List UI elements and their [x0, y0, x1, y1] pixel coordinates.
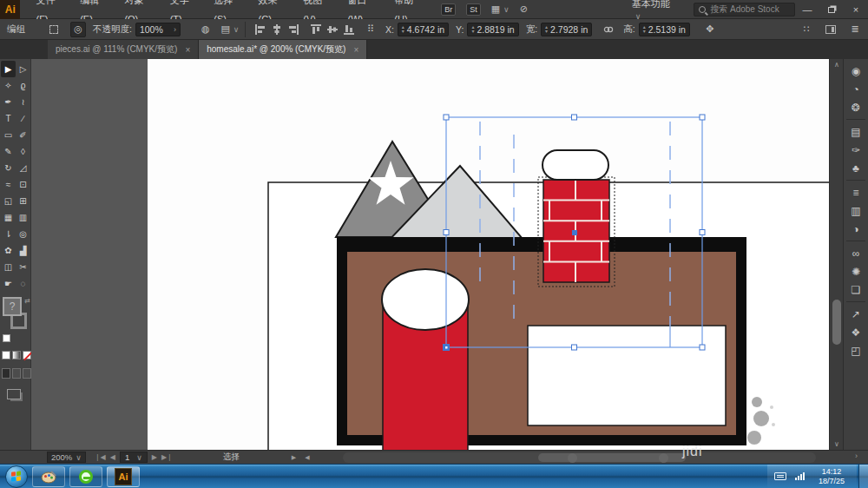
links-panel-icon[interactable]: ❏ — [845, 280, 866, 299]
gradient-swatch-button[interactable] — [12, 351, 21, 359]
first-artboard-button[interactable]: ❘◀ — [95, 453, 106, 461]
handle-top-right[interactable] — [700, 115, 705, 120]
last-artboard-button[interactable]: ▶❘ — [161, 453, 173, 461]
layers-panel-icon[interactable]: ❖ — [845, 323, 866, 341]
app-logo[interactable]: Ai — [0, 0, 20, 19]
magic-wand-tool[interactable]: ✧ — [1, 77, 16, 94]
eraser-tool[interactable]: ◊ — [16, 143, 30, 160]
align-right-button[interactable] — [286, 23, 301, 36]
shape-builder-tool[interactable]: ◱ — [1, 193, 16, 209]
distribute-grid-icon[interactable]: ⠿ — [363, 22, 378, 37]
close-button[interactable]: × — [844, 0, 868, 19]
cylinder-top-ellipse[interactable] — [382, 269, 469, 330]
stepper-icon[interactable]: ▴▾ — [643, 25, 646, 34]
eyedropper-tool[interactable]: ⇂ — [1, 226, 16, 242]
tab-pieces[interactable]: pieces.ai @ 111% (CMYK/预览) × — [48, 40, 199, 59]
symbol-sprayer-tool[interactable]: ✿ — [1, 242, 16, 259]
height-input[interactable]: ▴▾2.5139 in — [639, 23, 690, 36]
blend-tool[interactable]: ◎ — [16, 226, 30, 242]
scale-tool[interactable]: ◿ — [16, 160, 30, 176]
stock-icon[interactable]: St — [466, 3, 481, 16]
start-button[interactable] — [5, 465, 28, 488]
gradient-panel-icon[interactable]: ▥ — [845, 201, 866, 220]
artboard-number-dropdown[interactable]: 1 ∨ — [120, 452, 148, 463]
draw-behind-mode-button[interactable] — [12, 368, 21, 379]
color-guide-panel-icon[interactable]: ◔ — [845, 80, 866, 98]
color-swatch-button[interactable] — [2, 351, 10, 359]
transparency-panel-icon[interactable]: ◑ — [845, 220, 866, 238]
fill-stroke-widget[interactable]: ? ⇄ — [3, 297, 29, 342]
free-transform-tool[interactable]: ⊡ — [16, 176, 30, 193]
selection-center-point[interactable] — [572, 230, 577, 235]
workspace-switcher[interactable]: 基本功能∨ — [632, 0, 674, 21]
align-top-button[interactable] — [309, 23, 324, 36]
direct-selection-tool[interactable]: ▷ — [16, 61, 30, 77]
paintbrush-tool[interactable]: ✐ — [16, 127, 30, 143]
column-graph-tool[interactable]: ▟ — [16, 242, 30, 259]
draw-inside-mode-button[interactable] — [23, 368, 31, 379]
pen-tool[interactable]: ✒ — [1, 94, 16, 110]
align-bottom-button[interactable] — [342, 23, 357, 36]
x-input[interactable]: ▴▾4.6742 in — [398, 23, 449, 36]
paint-taskbar-button[interactable] — [32, 466, 65, 487]
slice-tool[interactable]: ✂ — [16, 259, 30, 275]
width-tool[interactable]: ≈ — [1, 176, 16, 193]
default-fill-stroke-icon[interactable] — [3, 334, 10, 342]
libraries-panel-icon[interactable]: ∞ — [845, 244, 866, 262]
artboard-tool[interactable]: ◫ — [1, 259, 16, 275]
workspace-grid-icon[interactable]: ∷ — [799, 22, 814, 37]
gradient-tool[interactable]: ▥ — [16, 209, 30, 226]
scroll-down-icon[interactable]: ∨ — [830, 440, 844, 448]
next-artboard-button[interactable]: ▶ — [152, 453, 157, 461]
scroll-up-icon[interactable]: ∧ — [830, 61, 844, 69]
handle-top-left[interactable] — [444, 115, 449, 120]
selection-tool[interactable]: ▶ — [1, 61, 16, 77]
tab-close-icon[interactable]: × — [353, 45, 358, 55]
illustrator-taskbar-button[interactable]: Ai — [107, 466, 140, 487]
smoke-capsule-shape[interactable] — [542, 150, 608, 180]
minimize-button[interactable]: — — [795, 0, 819, 19]
stepper-icon[interactable]: ▴▾ — [402, 25, 404, 34]
handle-bottom-mid[interactable] — [572, 345, 577, 350]
y-input[interactable]: ▴▾2.8819 in — [467, 23, 518, 36]
opacity-dropdown[interactable]: 100% › — [135, 23, 181, 36]
network-signal-icon[interactable] — [795, 472, 805, 480]
bounding-box-icon[interactable] — [46, 22, 62, 37]
line-segment-tool[interactable]: ∕ — [16, 110, 30, 127]
target-icon[interactable]: ◎ — [70, 22, 86, 37]
status-menu-arrow[interactable]: ▶ ◀ — [292, 454, 313, 461]
share-icon[interactable]: ⊘ — [520, 3, 528, 15]
swatches-panel-icon[interactable]: ▤ — [845, 122, 866, 141]
arrange-documents-icon[interactable]: ▦∨ — [491, 3, 510, 15]
export-panel-icon[interactable]: ↗ — [845, 305, 866, 323]
tab-close-icon[interactable]: × — [185, 45, 190, 55]
fill-swatch[interactable]: ? — [3, 297, 22, 316]
show-desktop-button[interactable] — [858, 465, 868, 488]
zoom-level-dropdown[interactable]: 200% ∨ — [47, 452, 86, 463]
zoom-tool[interactable]: ◌ — [16, 275, 30, 292]
width-input[interactable]: ▴▾2.7928 in — [541, 23, 592, 36]
canvas[interactable] — [31, 59, 829, 450]
transform-icon[interactable]: ✥ — [702, 22, 718, 37]
stroke-panel-icon[interactable]: ≡ — [845, 183, 866, 201]
control-menu-icon[interactable]: ≣ — [847, 22, 863, 37]
stock-search-input[interactable]: 搜索 Adobe Stock — [694, 3, 795, 16]
handle-top-mid[interactable] — [572, 115, 577, 120]
stock-panel-icon[interactable]: ✺ — [845, 262, 866, 280]
horizontal-scrollbar[interactable] — [343, 452, 816, 463]
link-dimensions-icon[interactable] — [601, 22, 616, 37]
recolor-artwork-panel-icon[interactable]: ❂ — [845, 98, 866, 116]
artboards-panel-icon[interactable]: ◰ — [845, 341, 866, 359]
color-panel-icon[interactable]: ◉ — [845, 62, 866, 80]
scroll-right-icon[interactable]: › — [855, 452, 858, 460]
draw-normal-mode-button[interactable] — [2, 368, 10, 379]
handle-mid-left[interactable] — [444, 230, 449, 235]
vertical-scrollbar[interactable]: ∧ ∨ — [829, 59, 843, 450]
rectangle-tool[interactable]: ▭ — [1, 127, 16, 143]
align-center-h-button[interactable] — [270, 23, 285, 36]
vertical-scroll-thumb[interactable] — [832, 300, 841, 345]
brushes-panel-icon[interactable]: ✑ — [845, 141, 866, 159]
perspective-grid-tool[interactable]: ⊞ — [16, 193, 30, 209]
align-left-button[interactable] — [253, 23, 268, 36]
stepper-icon[interactable]: ▴▾ — [471, 25, 474, 34]
